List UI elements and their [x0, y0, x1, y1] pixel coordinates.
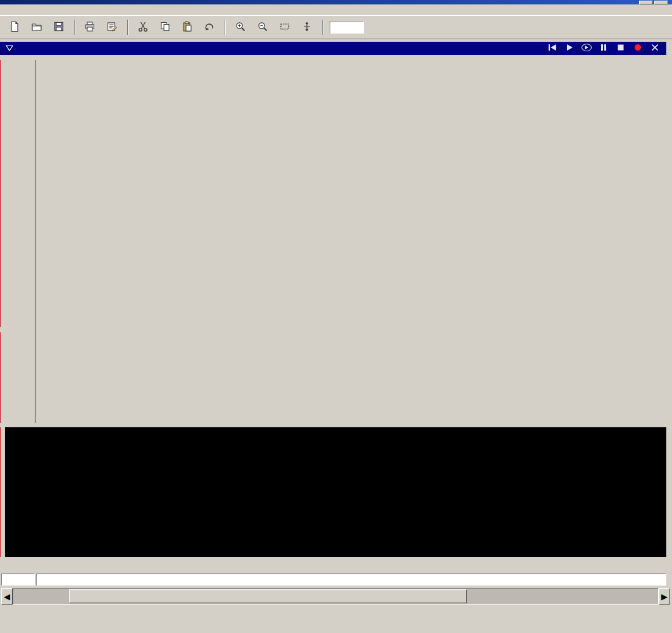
vertical-scale-icon	[301, 21, 313, 34]
spectrogram-panel	[0, 60, 672, 327]
new-document-icon	[9, 21, 20, 34]
paste-icon	[182, 21, 193, 34]
window-titlebar[interactable]	[0, 0, 672, 4]
left-arrow-icon: ◀	[4, 592, 10, 601]
open-folder-button[interactable]	[28, 19, 45, 35]
properties-button[interactable]	[104, 19, 120, 35]
toolbar-separator	[322, 20, 323, 35]
toolbar	[0, 15, 672, 39]
close-pane-button[interactable]	[649, 44, 661, 54]
pane-header	[0, 42, 666, 55]
overview-scrollbar: ◀ ▶	[1, 588, 670, 605]
time-display-field[interactable]	[330, 21, 364, 34]
spectrogram-canvas[interactable]	[35, 60, 666, 327]
zoom-selection-button[interactable]	[277, 19, 293, 35]
right-arrow-icon: ▶	[661, 592, 668, 601]
toolbar-separator	[74, 20, 75, 35]
zoom-out-button[interactable]	[254, 19, 271, 35]
paste-button[interactable]	[179, 19, 196, 35]
color-spectrogram-panel	[5, 427, 666, 557]
close-icon	[650, 43, 660, 54]
spectrogram-frequency-axis	[0, 60, 35, 327]
zoom-in-button[interactable]	[232, 19, 249, 35]
transcription-row	[0, 573, 672, 586]
vertical-scale-button[interactable]	[299, 19, 315, 35]
playback-cursor	[0, 427, 1, 557]
record-button[interactable]	[632, 44, 644, 54]
print-button[interactable]	[82, 19, 98, 35]
play-icon	[564, 43, 575, 54]
zoom-in-icon	[235, 21, 246, 34]
pause-button[interactable]	[597, 44, 610, 54]
collapse-pane-icon[interactable]	[5, 44, 14, 53]
new-document-button[interactable]	[6, 19, 23, 35]
menu-bar	[0, 4, 672, 15]
play-selection-icon	[581, 43, 592, 54]
record-icon	[633, 43, 643, 54]
undo-icon	[204, 21, 215, 34]
save-button[interactable]	[51, 19, 67, 35]
copy-icon	[159, 21, 171, 34]
wavesurfer-window: ◀ ▶	[0, 0, 672, 633]
play-selection-button[interactable]	[580, 44, 593, 54]
transcription-input-field[interactable]	[36, 573, 666, 586]
play-button[interactable]	[563, 44, 576, 54]
time-axis-ticks	[35, 558, 666, 572]
cut-button[interactable]	[135, 19, 151, 35]
overview-waveform-canvas[interactable]	[113, 590, 573, 603]
skip-to-start-icon	[547, 43, 557, 54]
toolbar-separator	[127, 20, 128, 35]
copy-button[interactable]	[157, 19, 173, 35]
cut-icon	[137, 21, 149, 34]
waveform-canvas[interactable]	[35, 332, 666, 423]
menu-help[interactable]	[43, 9, 53, 11]
scroll-left-button[interactable]: ◀	[1, 588, 13, 605]
print-icon	[84, 21, 96, 34]
properties-icon	[106, 21, 118, 34]
menu-view[interactable]	[33, 9, 43, 11]
menu-edit[interactable]	[13, 9, 23, 11]
toolbar-separator	[225, 20, 226, 35]
playback-cursor	[0, 60, 1, 327]
save-icon	[53, 21, 65, 34]
zoom-out-icon	[257, 21, 268, 34]
lab-extension-field[interactable]	[1, 573, 35, 586]
zoom-selection-icon	[279, 21, 290, 34]
skip-to-start-button[interactable]	[546, 44, 559, 54]
undo-button[interactable]	[201, 19, 218, 35]
playback-cursor	[0, 332, 1, 423]
open-folder-icon	[31, 21, 42, 34]
waveform-panel	[0, 332, 672, 423]
stop-icon	[616, 43, 626, 54]
pause-icon	[599, 43, 609, 54]
time-axis[interactable]	[0, 558, 672, 572]
stop-button[interactable]	[614, 44, 627, 54]
scrollbar-trough[interactable]	[13, 588, 659, 605]
menu-file[interactable]	[3, 9, 13, 11]
menu-transform[interactable]	[23, 9, 33, 11]
scroll-right-button[interactable]: ▶	[659, 588, 670, 605]
transport-controls	[546, 44, 661, 54]
